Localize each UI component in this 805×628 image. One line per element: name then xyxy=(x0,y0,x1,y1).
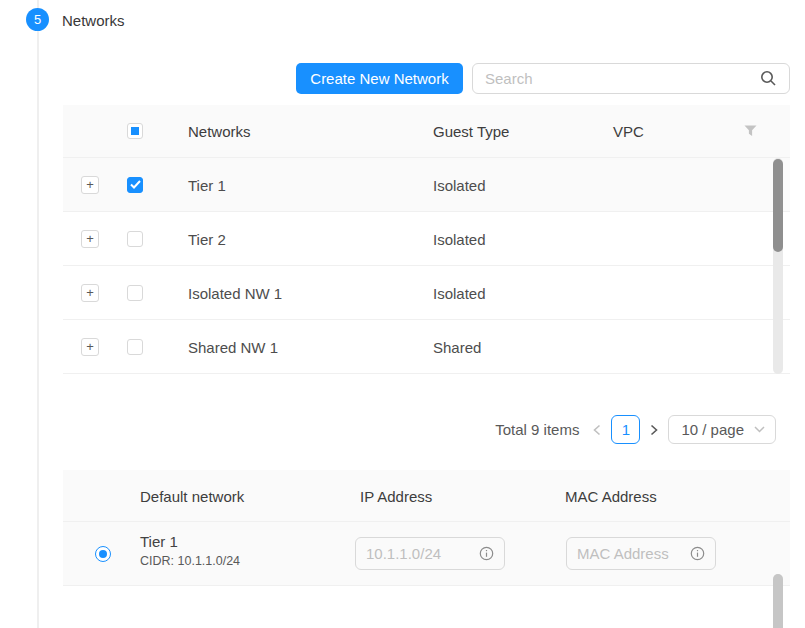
next-page-button[interactable] xyxy=(649,424,659,436)
search-icon[interactable] xyxy=(760,70,777,87)
default-network-row[interactable]: Tier 1 CIDR: 10.1.1.0/24 xyxy=(63,522,790,586)
column-header-guest-type: Guest Type xyxy=(433,123,509,140)
info-icon[interactable] xyxy=(690,546,705,561)
page-size-value: 10 / page xyxy=(681,421,744,438)
select-all-checkbox[interactable] xyxy=(127,123,143,139)
guest-type: Isolated xyxy=(433,176,486,193)
filter-icon[interactable] xyxy=(744,125,757,137)
table-scrollbar[interactable] xyxy=(773,574,783,628)
default-network-name: Tier 1 xyxy=(140,533,240,550)
chevron-down-icon xyxy=(754,426,765,433)
column-header-default-network: Default network xyxy=(140,487,244,504)
default-network-cidr: CIDR: 10.1.1.0/24 xyxy=(140,554,240,568)
row-checkbox[interactable] xyxy=(127,177,143,193)
expand-row-button[interactable]: + xyxy=(81,230,99,248)
checkbox-indeterminate-mark xyxy=(131,127,139,135)
search-box[interactable] xyxy=(472,63,790,94)
chevron-left-icon xyxy=(592,424,602,436)
expand-row-button[interactable]: + xyxy=(81,338,99,356)
page-number-button[interactable]: 1 xyxy=(611,415,640,444)
pagination: Total 9 items 1 10 / page xyxy=(495,414,776,445)
step-title: Networks xyxy=(62,12,125,29)
step-connector-line xyxy=(37,0,39,628)
table-row[interactable]: + Shared NW 1 Shared xyxy=(63,320,790,374)
table-row[interactable]: + Tier 1 Isolated xyxy=(63,158,790,212)
scrollbar-thumb[interactable] xyxy=(773,574,783,628)
column-header-vpc: VPC xyxy=(613,123,644,140)
network-name-block: Tier 1 CIDR: 10.1.1.0/24 xyxy=(140,533,240,568)
networks-table: Networks Guest Type VPC + Tier 1 Isolate… xyxy=(63,105,790,374)
guest-type: Isolated xyxy=(433,230,486,247)
network-name: Tier 1 xyxy=(188,176,226,193)
table-row[interactable]: + Isolated NW 1 Isolated xyxy=(63,266,790,320)
ip-address-input[interactable] xyxy=(366,545,479,562)
network-name: Isolated NW 1 xyxy=(188,284,282,301)
mac-address-input[interactable] xyxy=(577,545,690,562)
search-input[interactable] xyxy=(485,70,760,87)
column-header-mac-address: MAC Address xyxy=(565,487,657,504)
ip-address-field[interactable] xyxy=(355,537,505,570)
network-name: Shared NW 1 xyxy=(188,338,278,355)
networks-step-screen: 5 Networks Create New Network Networks G… xyxy=(0,0,805,628)
guest-type: Shared xyxy=(433,338,481,355)
scrollbar-thumb[interactable] xyxy=(773,159,783,252)
default-network-table: Default network IP Address MAC Address T… xyxy=(63,470,790,586)
page-size-select[interactable]: 10 / page xyxy=(668,415,776,444)
row-checkbox[interactable] xyxy=(127,339,143,355)
column-header-networks: Networks xyxy=(188,123,251,140)
step-number: 5 xyxy=(34,12,41,27)
table-row[interactable]: + Tier 2 Isolated xyxy=(63,212,790,266)
checkmark-icon xyxy=(130,180,141,189)
default-network-radio[interactable] xyxy=(95,546,111,562)
radio-dot xyxy=(99,550,107,558)
pagination-total: Total 9 items xyxy=(495,421,579,438)
mac-address-field[interactable] xyxy=(566,537,716,570)
create-new-network-button[interactable]: Create New Network xyxy=(296,63,463,94)
info-icon[interactable] xyxy=(479,546,494,561)
network-name: Tier 2 xyxy=(188,230,226,247)
expand-row-button[interactable]: + xyxy=(81,176,99,194)
expand-row-button[interactable]: + xyxy=(81,284,99,302)
previous-page-button[interactable] xyxy=(592,424,602,436)
column-header-ip-address: IP Address xyxy=(360,487,432,504)
row-checkbox[interactable] xyxy=(127,231,143,247)
default-network-table-header: Default network IP Address MAC Address xyxy=(63,470,790,522)
guest-type: Isolated xyxy=(433,284,486,301)
networks-table-header: Networks Guest Type VPC xyxy=(63,105,790,158)
step-number-badge: 5 xyxy=(26,8,49,31)
chevron-right-icon xyxy=(649,424,659,436)
table-scrollbar[interactable] xyxy=(773,158,783,374)
row-checkbox[interactable] xyxy=(127,285,143,301)
